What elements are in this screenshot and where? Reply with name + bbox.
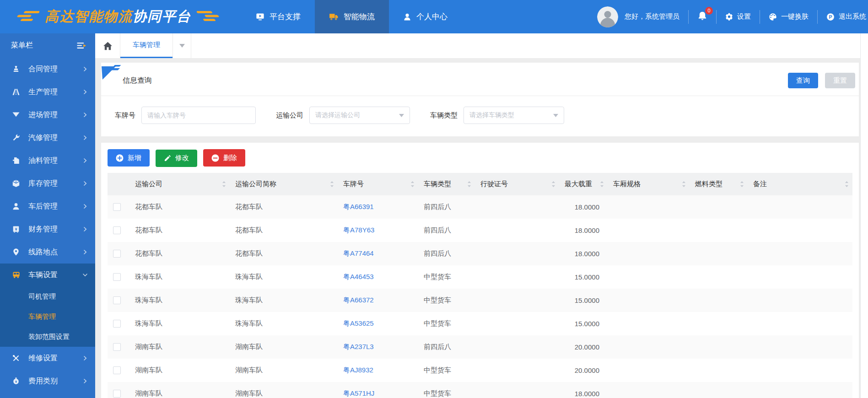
sidebar-item-label: 库存管理 <box>28 179 82 188</box>
cell-box_spec <box>608 219 690 242</box>
column-header-max-load[interactable]: 最大载重 <box>559 173 608 195</box>
add-button[interactable]: 新增 <box>108 149 150 167</box>
row-checkbox[interactable] <box>113 250 121 258</box>
plate-link[interactable]: 粤A66391 <box>343 203 374 210</box>
sidebar-item-maintenance-settings[interactable]: 维修设置 <box>0 347 95 370</box>
scrollbar-track[interactable] <box>860 33 868 398</box>
tab-vehicle-management[interactable]: 车辆管理 <box>120 33 173 58</box>
cell-box_spec <box>608 265 690 289</box>
sidebar-item-after-vehicle-management[interactable]: 车后管理 <box>0 195 95 218</box>
avatar[interactable] <box>597 6 618 27</box>
sidebar-item-vehicle-settings[interactable]: 车辆设置 <box>0 264 95 286</box>
sidebar-item-fuel-management[interactable]: 油料管理 <box>0 149 95 172</box>
settings-action[interactable]: 设置 <box>725 12 751 21</box>
row-checkbox[interactable] <box>113 390 121 398</box>
plate-link[interactable]: 粤A237L3 <box>343 343 374 350</box>
monitor-play-icon <box>256 12 264 21</box>
plate-link[interactable]: 粤AJ8932 <box>343 366 373 374</box>
sidebar-item-partial-item[interactable] <box>0 393 95 398</box>
plate-number-input[interactable] <box>141 107 256 124</box>
delete-button[interactable]: 删除 <box>203 149 245 167</box>
column-header-transport-company[interactable]: 运输公司 <box>129 173 230 195</box>
h-action-label: 设置 <box>737 12 751 21</box>
change-skin-action[interactable]: 一键换肤 <box>769 12 809 21</box>
checkbox-cell <box>108 335 129 359</box>
tab-dropdown[interactable] <box>173 33 191 58</box>
sidebar-item-driver-management[interactable]: 司机管理 <box>0 286 95 307</box>
sidebar-item-expense-category[interactable]: ¥费用类别 <box>0 370 95 393</box>
sidebar-item-auto-repair-management[interactable]: 汽修管理 <box>0 126 95 149</box>
column-header-box-spec[interactable]: 车厢规格 <box>608 173 690 195</box>
sidebar-item-inventory-management[interactable]: 库存管理 <box>0 172 95 195</box>
edit-pen-icon <box>164 155 171 162</box>
cell-fuel_type <box>690 359 748 382</box>
cell-note <box>748 265 852 289</box>
column-label: 车辆类型 <box>424 180 451 188</box>
sidebar-item-loading-range-settings[interactable]: 装卸范围设置 <box>0 327 95 347</box>
search-button[interactable]: 查询 <box>788 73 818 88</box>
column-label: 运输公司简称 <box>235 180 276 188</box>
sub-item-label: 装卸范围设置 <box>28 333 70 341</box>
transport-company-select[interactable]: 请选择运输公司 <box>309 107 410 124</box>
table-row: 湖南车队湖南车队粤A237L3前四后八20.0000 <box>108 335 852 359</box>
plate-link[interactable]: 粤A53625 <box>343 319 374 327</box>
plate-link[interactable]: 粤A46453 <box>343 273 374 280</box>
plate-link[interactable]: 粤A66372 <box>343 296 374 304</box>
sidebar-item-entry-management[interactable]: 进场管理 <box>0 103 95 126</box>
column-header-fuel-type[interactable]: 燃料类型 <box>690 173 748 195</box>
notification-bell[interactable]: 0 <box>697 11 707 22</box>
plate-link[interactable]: 粤A77464 <box>343 249 374 257</box>
menu-collapse-icon[interactable] <box>77 42 87 49</box>
column-header-note[interactable]: 备注 <box>748 173 852 195</box>
action-button-label: 删除 <box>223 154 237 162</box>
field-vehicle-type: 车辆类型请选择车辆类型 <box>430 107 564 124</box>
user-icon <box>403 13 411 21</box>
cell-license_no <box>475 195 559 219</box>
separator <box>688 10 689 24</box>
home-tab[interactable] <box>95 33 120 58</box>
column-header-vehicle-type[interactable]: 车辆类型 <box>418 173 475 195</box>
sidebar-item-finance-management[interactable]: ¥财务管理 <box>0 218 95 241</box>
row-checkbox[interactable] <box>113 203 121 211</box>
app-logo: 高达智能物流协同平台 <box>14 0 222 33</box>
sidebar-item-route-location[interactable]: 线路地点 <box>0 241 95 264</box>
row-checkbox[interactable] <box>113 366 121 374</box>
row-checkbox[interactable] <box>113 343 121 351</box>
row-checkbox[interactable] <box>113 226 121 234</box>
plate-link[interactable]: 粤A78Y63 <box>343 226 374 234</box>
edit-button[interactable]: 修改 <box>156 150 197 167</box>
row-checkbox[interactable] <box>113 320 121 328</box>
query-buttons: 查询 重置 <box>788 73 855 88</box>
menu: 合同管理生产管理进场管理汽修管理油料管理库存管理车后管理¥财务管理线路地点车辆设… <box>0 58 95 398</box>
select-all-header-cell <box>108 173 129 195</box>
query-panel-title: 信息查询 <box>123 76 152 86</box>
vehicle-type-select[interactable]: 请选择车辆类型 <box>464 107 564 124</box>
power-icon: P <box>826 13 835 21</box>
plate-link[interactable]: 粤A571HJ <box>343 389 374 397</box>
row-checkbox[interactable] <box>113 296 121 304</box>
sidebar-item-production-management[interactable]: 生产管理 <box>0 81 95 103</box>
cell-fuel_type <box>690 312 748 335</box>
logout-action[interactable]: P退出系统 <box>826 12 866 21</box>
nav-item-smart-logistics[interactable]: 智能物流 <box>315 0 389 33</box>
cell-short_name: 湖南车队 <box>230 382 338 398</box>
nav-item-personal-center[interactable]: 个人中心 <box>389 0 462 33</box>
column-header-driving-license-no[interactable]: 行驶证号 <box>475 173 559 195</box>
cell-note <box>748 335 852 359</box>
column-label: 车牌号 <box>343 180 364 188</box>
cell-max_load: 15.0000 <box>559 265 608 289</box>
column-header-plate-number[interactable]: 车牌号 <box>338 173 418 195</box>
column-header-company-short-name[interactable]: 运输公司简称 <box>230 173 338 195</box>
sidebar-item-contract-management[interactable]: 合同管理 <box>0 58 95 81</box>
cell-note <box>748 359 852 382</box>
chevron-right-icon <box>82 181 88 186</box>
nav-item-platform-support[interactable]: 平台支撑 <box>242 0 315 33</box>
main-area: 车辆管理 信息查询 查询 重置 <box>95 33 868 398</box>
sidebar-item-vehicle-management[interactable]: 车辆管理 <box>0 307 95 327</box>
row-checkbox[interactable] <box>113 273 121 281</box>
sort-icon <box>222 181 226 188</box>
table-row: 湖南车队湖南车队粤AJ8932中型货车20.0000 <box>108 359 852 382</box>
reset-button[interactable]: 重置 <box>825 73 855 88</box>
cell-note <box>748 195 852 219</box>
cell-max_load: 18.0000 <box>559 242 608 265</box>
